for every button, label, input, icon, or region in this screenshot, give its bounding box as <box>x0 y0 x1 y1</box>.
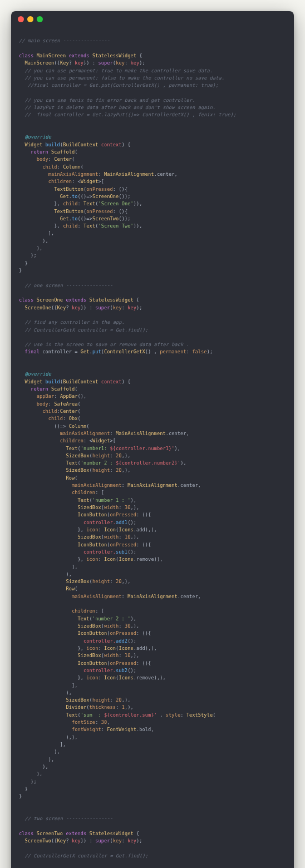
zoom-icon[interactable] <box>37 16 43 22</box>
comment: // ControllerGetX controller = Get.find(… <box>19 327 148 333</box>
keyword-class: class <box>19 53 33 58</box>
comment: // you can use permanent: true to make t… <box>19 68 213 73</box>
comment: // main screen ---------------- <box>19 38 110 43</box>
comment: // ControllerGetX controller = Get.find(… <box>19 853 148 859</box>
comment: // lazyPut is delete data after back and… <box>19 105 215 110</box>
ctor: MainScreen <box>25 60 55 66</box>
type-mainscreen: MainScreen <box>37 53 66 58</box>
comment: // one screen ---------------- <box>19 283 113 288</box>
code-editor[interactable]: // main screen ---------------- class Ma… <box>11 27 294 868</box>
brace: { <box>136 53 142 58</box>
comment: // use in the screen to save or remove d… <box>19 342 189 347</box>
comment: //final controller = Get.put(ControllerG… <box>19 82 219 88</box>
annotation-override: @override <box>25 134 51 140</box>
comment: // find any controller in the app. <box>19 319 125 325</box>
comment: // you can use fenix to fix error back a… <box>19 97 195 103</box>
keyword-extends: extends <box>69 53 90 58</box>
fn-build: build <box>46 142 60 147</box>
type-stateless: StatelessWidget <box>92 53 136 58</box>
type-screentwo: ScreenTwo <box>37 831 63 836</box>
type-screenone: ScreenOne <box>37 297 63 303</box>
code-window: // main screen ---------------- class Ma… <box>11 11 294 868</box>
comment: // two screen ---------------- <box>19 816 113 821</box>
minimize-icon[interactable] <box>27 16 33 22</box>
comment: // final controller = Get.lazyPut(()=> C… <box>19 112 236 117</box>
comment: // you can use permanent: false to make … <box>19 75 224 81</box>
close-icon[interactable] <box>18 16 24 22</box>
window-titlebar <box>11 11 294 27</box>
